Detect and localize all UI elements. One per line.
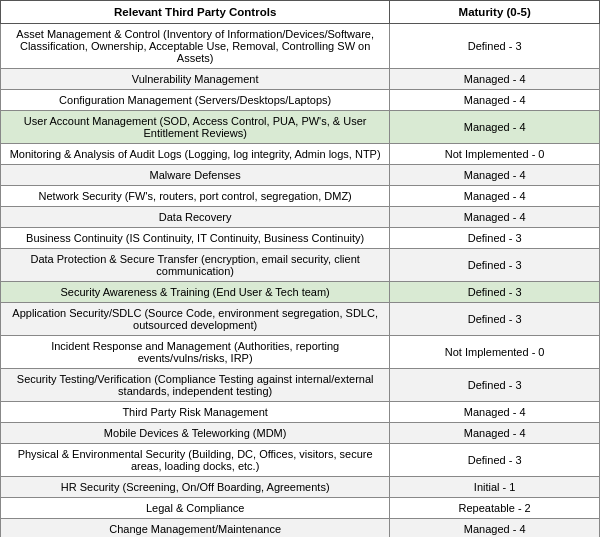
- maturity-cell: Managed - 4: [390, 186, 600, 207]
- maturity-cell: Managed - 4: [390, 69, 600, 90]
- table-row: Business Continuity (IS Continuity, IT C…: [1, 228, 600, 249]
- table-row: Legal & ComplianceRepeatable - 2: [1, 498, 600, 519]
- control-cell: Vulnerability Management: [1, 69, 390, 90]
- table-row: Data Protection & Secure Transfer (encry…: [1, 249, 600, 282]
- control-cell: Legal & Compliance: [1, 498, 390, 519]
- col-header-maturity: Maturity (0-5): [390, 1, 600, 24]
- control-cell: Change Management/Maintenance: [1, 519, 390, 538]
- control-cell: Third Party Risk Management: [1, 402, 390, 423]
- control-cell: Mobile Devices & Teleworking (MDM): [1, 423, 390, 444]
- maturity-cell: Defined - 3: [390, 282, 600, 303]
- control-cell: Data Protection & Secure Transfer (encry…: [1, 249, 390, 282]
- maturity-cell: Not Implemented - 0: [390, 336, 600, 369]
- control-cell: HR Security (Screening, On/Off Boarding,…: [1, 477, 390, 498]
- table-row: Data RecoveryManaged - 4: [1, 207, 600, 228]
- maturity-cell: Managed - 4: [390, 111, 600, 144]
- control-cell: Network Security (FW's, routers, port co…: [1, 186, 390, 207]
- control-cell: Malware Defenses: [1, 165, 390, 186]
- maturity-cell: Defined - 3: [390, 444, 600, 477]
- maturity-cell: Managed - 4: [390, 423, 600, 444]
- table-row: Security Testing/Verification (Complianc…: [1, 369, 600, 402]
- control-cell: Asset Management & Control (Inventory of…: [1, 24, 390, 69]
- col-header-controls: Relevant Third Party Controls: [1, 1, 390, 24]
- control-cell: Data Recovery: [1, 207, 390, 228]
- control-cell: Security Awareness & Training (End User …: [1, 282, 390, 303]
- table-row: Third Party Risk ManagementManaged - 4: [1, 402, 600, 423]
- table-row: HR Security (Screening, On/Off Boarding,…: [1, 477, 600, 498]
- control-cell: Business Continuity (IS Continuity, IT C…: [1, 228, 390, 249]
- maturity-cell: Defined - 3: [390, 228, 600, 249]
- control-cell: Incident Response and Management (Author…: [1, 336, 390, 369]
- maturity-cell: Repeatable - 2: [390, 498, 600, 519]
- maturity-table: Relevant Third Party Controls Maturity (…: [0, 0, 600, 537]
- table-row: Asset Management & Control (Inventory of…: [1, 24, 600, 69]
- table-row: Physical & Environmental Security (Build…: [1, 444, 600, 477]
- maturity-cell: Managed - 4: [390, 519, 600, 538]
- control-cell: User Account Management (SOD, Access Con…: [1, 111, 390, 144]
- control-cell: Security Testing/Verification (Complianc…: [1, 369, 390, 402]
- table-row: Network Security (FW's, routers, port co…: [1, 186, 600, 207]
- table-row: Change Management/MaintenanceManaged - 4: [1, 519, 600, 538]
- table-row: Vulnerability ManagementManaged - 4: [1, 69, 600, 90]
- table-row: User Account Management (SOD, Access Con…: [1, 111, 600, 144]
- control-cell: Application Security/SDLC (Source Code, …: [1, 303, 390, 336]
- maturity-cell: Initial - 1: [390, 477, 600, 498]
- table-row: Security Awareness & Training (End User …: [1, 282, 600, 303]
- maturity-cell: Defined - 3: [390, 303, 600, 336]
- maturity-cell: Not Implemented - 0: [390, 144, 600, 165]
- maturity-cell: Defined - 3: [390, 24, 600, 69]
- control-cell: Physical & Environmental Security (Build…: [1, 444, 390, 477]
- maturity-cell: Managed - 4: [390, 165, 600, 186]
- table-row: Mobile Devices & Teleworking (MDM)Manage…: [1, 423, 600, 444]
- table-row: Malware DefensesManaged - 4: [1, 165, 600, 186]
- control-cell: Configuration Management (Servers/Deskto…: [1, 90, 390, 111]
- maturity-cell: Managed - 4: [390, 207, 600, 228]
- maturity-cell: Defined - 3: [390, 249, 600, 282]
- maturity-cell: Managed - 4: [390, 402, 600, 423]
- table-row: Incident Response and Management (Author…: [1, 336, 600, 369]
- maturity-cell: Managed - 4: [390, 90, 600, 111]
- table-row: Configuration Management (Servers/Deskto…: [1, 90, 600, 111]
- maturity-cell: Defined - 3: [390, 369, 600, 402]
- table-row: Monitoring & Analysis of Audit Logs (Log…: [1, 144, 600, 165]
- control-cell: Monitoring & Analysis of Audit Logs (Log…: [1, 144, 390, 165]
- table-row: Application Security/SDLC (Source Code, …: [1, 303, 600, 336]
